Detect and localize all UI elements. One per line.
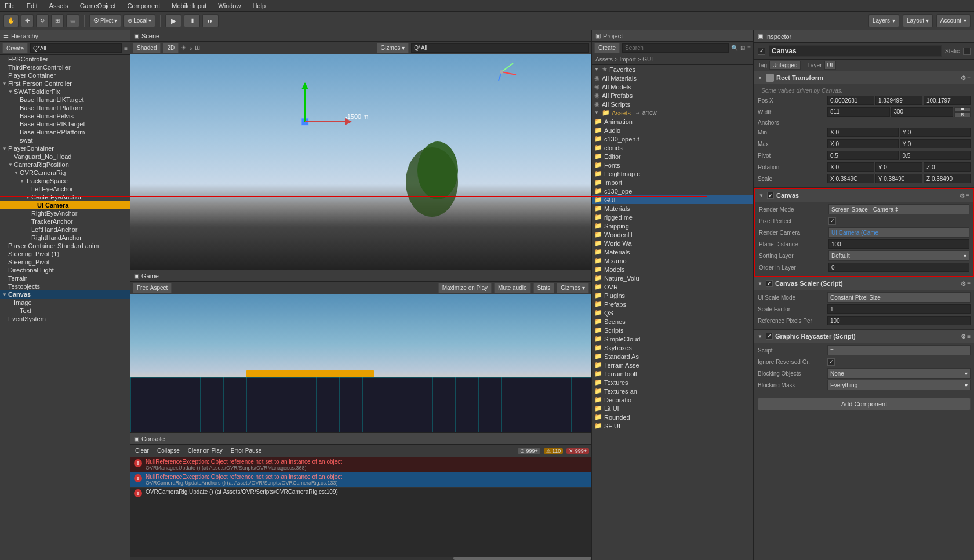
scale-x[interactable]: X 0.3849C: [827, 174, 874, 183]
p-nature[interactable]: 📁 Nature_Volu: [592, 274, 753, 282]
p-rounded[interactable]: 📁 Rounded: [592, 413, 753, 421]
canvas-more-icon[interactable]: ≡: [966, 192, 969, 199]
h-player-container[interactable]: Player Container: [0, 71, 130, 79]
game-viewport[interactable]: [130, 294, 591, 432]
p-editor[interactable]: 📁 Editor: [592, 152, 753, 161]
menu-assets[interactable]: Assets: [47, 2, 71, 9]
shading-btn[interactable]: Shaded: [133, 43, 161, 53]
scale-z[interactable]: Z 0.38490: [924, 174, 971, 183]
favorites-header[interactable]: ★ Favorites: [592, 65, 753, 74]
scene-viewport[interactable]: -1500 m: [130, 54, 591, 270]
scaler-more-icon[interactable]: ≡: [967, 281, 971, 287]
h-dir-light[interactable]: Directional Light: [0, 266, 130, 274]
project-search[interactable]: [622, 43, 729, 53]
rect-more-icon[interactable]: ≡: [967, 75, 971, 81]
rect-settings-icon[interactable]: ⚙: [961, 75, 966, 81]
h-terrain[interactable]: Terrain: [0, 274, 130, 282]
pivot-y[interactable]: 0.5: [900, 151, 971, 160]
h-vanguard[interactable]: Vanguard_No_Head: [0, 152, 130, 161]
account-dropdown[interactable]: Account ▾: [936, 14, 971, 27]
p-materials[interactable]: 📁 Materials: [592, 204, 753, 213]
menu-edit[interactable]: Edit: [24, 2, 40, 9]
layer-dropdown[interactable]: UI: [824, 61, 836, 70]
object-name-input[interactable]: [769, 45, 942, 57]
h-canvas[interactable]: Canvas: [0, 290, 130, 299]
anchor-max-y[interactable]: Y 0: [900, 139, 971, 148]
pause-button[interactable]: ⏸: [184, 14, 200, 27]
h-eventsystem[interactable]: EventSystem: [0, 315, 130, 323]
menu-help[interactable]: Help: [250, 2, 268, 9]
h-steering2[interactable]: Steering_Pivot: [0, 258, 130, 266]
pivot-button[interactable]: ⦿ Pivot ▾: [89, 14, 121, 27]
h-right-hand[interactable]: RightHandAnchor: [0, 234, 130, 242]
console-clear-btn[interactable]: Clear: [133, 447, 151, 454]
plane-distance-value[interactable]: 100: [828, 239, 969, 249]
hierarchy-search[interactable]: [30, 43, 122, 53]
render-camera-dropdown[interactable]: UI Camera (Came: [828, 227, 969, 238]
console-row-1[interactable]: ! NullReferenceException: Object referen…: [130, 457, 591, 472]
p-models[interactable]: 📁 Models: [592, 265, 753, 274]
console-errorpause-btn[interactable]: Error Pause: [228, 447, 264, 454]
maximize-btn[interactable]: Maximize on Play: [438, 283, 492, 293]
menu-window[interactable]: Window: [216, 2, 243, 9]
gizmos-btn[interactable]: Gizmos ▾: [377, 43, 409, 53]
h-base-lp[interactable]: Base HumanLPlatform: [0, 104, 130, 112]
h-swat[interactable]: swat: [0, 136, 130, 144]
rect-tool[interactable]: ▭: [66, 14, 79, 27]
hierarchy-create-btn[interactable]: Create: [2, 43, 28, 53]
p-skyboxes[interactable]: 📁 Skyboxes: [592, 343, 753, 352]
h-ui-camera[interactable]: UI Camera: [0, 201, 130, 209]
order-layer-value[interactable]: 0: [828, 263, 969, 272]
h-swat-soldier[interactable]: SWATSoldierFix: [0, 88, 130, 96]
project-search-icon[interactable]: 🔍: [731, 45, 738, 51]
h-playercontainer[interactable]: PlayerContainer: [0, 144, 130, 152]
p-standard[interactable]: 📁 Standard As: [592, 352, 753, 361]
raycaster-enabled-checkbox[interactable]: [766, 333, 773, 340]
p-terrain-assets[interactable]: 📁 Terrain Asse: [592, 361, 753, 369]
raycaster-settings-icon[interactable]: ⚙: [961, 333, 966, 340]
h-first-person[interactable]: First Person Controller: [0, 79, 130, 88]
anchor-max-x[interactable]: X 0: [827, 139, 899, 148]
play-button[interactable]: ▶: [165, 14, 181, 27]
p-qs[interactable]: 📁 QS: [592, 308, 753, 317]
h-steering1[interactable]: Steering_Pivot (1): [0, 250, 130, 258]
p-rigged[interactable]: 📁 rigged me: [592, 213, 753, 221]
p-lit-ui[interactable]: 📁 Lit UI: [592, 404, 753, 413]
h-center-eye[interactable]: CenterEyeAnchor: [0, 193, 130, 201]
anchor-min-x[interactable]: X 0: [827, 128, 899, 137]
project-icon1[interactable]: ⊞: [740, 45, 745, 51]
h-camerarig-pos[interactable]: CameraRigPosition: [0, 161, 130, 169]
canvas-settings-icon[interactable]: ⚙: [960, 192, 965, 199]
layers-dropdown[interactable]: Layers ▾: [868, 14, 899, 27]
p-audio[interactable]: 📁 Audio: [592, 126, 753, 134]
h-testobjects[interactable]: Testobjects: [0, 282, 130, 290]
console-scrollbar[interactable]: [130, 557, 591, 560]
layout-dropdown[interactable]: Layout ▾: [903, 14, 933, 27]
game-gizmos-btn[interactable]: Gizmos ▾: [557, 283, 589, 293]
p-sf-ui[interactable]: 📁 SF UI: [592, 421, 753, 430]
canvas-scaler-header[interactable]: Canvas Scaler (Script) ⚙ ≡: [754, 277, 974, 290]
p-scripts[interactable]: 📁 Scripts: [592, 326, 753, 334]
p-decoration[interactable]: 📁 Decoratio: [592, 395, 753, 404]
ignore-reversed-checkbox[interactable]: [827, 358, 835, 366]
p-fonts[interactable]: 📁 Fonts: [592, 161, 753, 169]
p-all-models[interactable]: ◉ All Models: [592, 82, 753, 91]
rotate-tool[interactable]: ↻: [36, 14, 49, 27]
p-textures-and[interactable]: 📁 Textures an: [592, 387, 753, 395]
console-row-2[interactable]: ! NullReferenceException: Object referen…: [130, 472, 591, 488]
lighting-icon[interactable]: ☀: [181, 44, 187, 52]
hierarchy-sort-icon[interactable]: ≡: [124, 45, 128, 52]
p-all-prefabs[interactable]: ◉ All Prefabs: [592, 91, 753, 100]
height-value[interactable]: 300: [891, 107, 954, 117]
p-textures[interactable]: 📁 Textures: [592, 378, 753, 387]
scaler-settings-icon[interactable]: ⚙: [961, 281, 966, 287]
h-left-eye[interactable]: LeftEyeAnchor: [0, 185, 130, 193]
p-import[interactable]: 📁 Import: [592, 178, 753, 187]
h-base-pelvis[interactable]: Base HumanPelvis: [0, 112, 130, 120]
p-scenes[interactable]: 📁 Scenes: [592, 317, 753, 326]
h-left-hand[interactable]: LeftHandAnchor: [0, 226, 130, 234]
canvas-enabled-checkbox[interactable]: [767, 192, 774, 199]
p-clouds[interactable]: 📁 clouds: [592, 143, 753, 152]
tag-dropdown[interactable]: Untagged: [769, 61, 800, 70]
aspect-btn[interactable]: Free Aspect: [133, 283, 172, 293]
